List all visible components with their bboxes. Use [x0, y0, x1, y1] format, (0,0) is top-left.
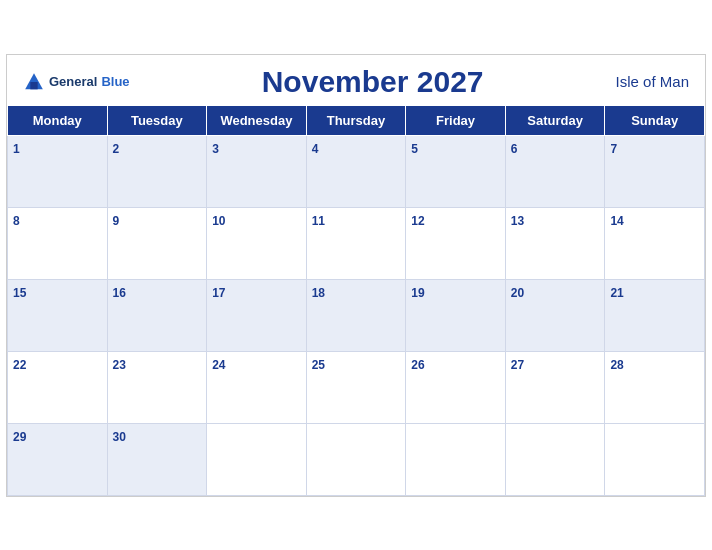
day-number: 12 — [411, 214, 424, 228]
col-friday: Friday — [406, 105, 506, 135]
day-number: 11 — [312, 214, 325, 228]
calendar-cell: 10 — [207, 207, 307, 279]
calendar-cell: 14 — [605, 207, 705, 279]
calendar-cell: 5 — [406, 135, 506, 207]
day-number: 2 — [113, 142, 120, 156]
col-sunday: Sunday — [605, 105, 705, 135]
day-number: 28 — [610, 358, 623, 372]
calendar-cell: 4 — [306, 135, 406, 207]
calendar-cell: 26 — [406, 351, 506, 423]
day-number: 16 — [113, 286, 126, 300]
calendar-cell: 11 — [306, 207, 406, 279]
logo-blue-text: Blue — [101, 74, 129, 89]
col-thursday: Thursday — [306, 105, 406, 135]
calendar-cell: 27 — [505, 351, 605, 423]
logo-general-text: General — [49, 74, 97, 89]
calendar-cell: 29 — [8, 423, 108, 495]
calendar-cell: 16 — [107, 279, 207, 351]
calendar-cell: 22 — [8, 351, 108, 423]
calendar-cell: 13 — [505, 207, 605, 279]
day-number: 29 — [13, 430, 26, 444]
day-number: 7 — [610, 142, 617, 156]
day-number: 30 — [113, 430, 126, 444]
calendar-cell: 20 — [505, 279, 605, 351]
calendar-cell: 25 — [306, 351, 406, 423]
day-number: 4 — [312, 142, 319, 156]
calendar-header: General Blue November 2027 Isle of Man — [7, 55, 705, 105]
col-monday: Monday — [8, 105, 108, 135]
day-number: 15 — [13, 286, 26, 300]
day-number: 18 — [312, 286, 325, 300]
calendar-title: November 2027 — [262, 65, 484, 99]
day-number: 8 — [13, 214, 20, 228]
day-number: 25 — [312, 358, 325, 372]
day-number: 22 — [13, 358, 26, 372]
logo-text: General Blue — [23, 71, 130, 93]
calendar-cell: 19 — [406, 279, 506, 351]
day-number: 24 — [212, 358, 225, 372]
day-number: 20 — [511, 286, 524, 300]
calendar-cell: 21 — [605, 279, 705, 351]
calendar-cell: 23 — [107, 351, 207, 423]
calendar-cell: 24 — [207, 351, 307, 423]
calendar-cell: 8 — [8, 207, 108, 279]
calendar-cell: 28 — [605, 351, 705, 423]
col-tuesday: Tuesday — [107, 105, 207, 135]
day-number: 27 — [511, 358, 524, 372]
calendar-table: Monday Tuesday Wednesday Thursday Friday… — [7, 105, 705, 496]
day-number: 17 — [212, 286, 225, 300]
calendar-week-row: 22232425262728 — [8, 351, 705, 423]
calendar-week-row: 891011121314 — [8, 207, 705, 279]
day-number: 26 — [411, 358, 424, 372]
day-number: 14 — [610, 214, 623, 228]
day-number: 10 — [212, 214, 225, 228]
calendar-container: General Blue November 2027 Isle of Man M… — [6, 54, 706, 497]
calendar-cell: 7 — [605, 135, 705, 207]
calendar-cell: 15 — [8, 279, 108, 351]
calendar-cell — [605, 423, 705, 495]
calendar-cell — [306, 423, 406, 495]
col-wednesday: Wednesday — [207, 105, 307, 135]
col-saturday: Saturday — [505, 105, 605, 135]
day-number: 19 — [411, 286, 424, 300]
logo-icon — [23, 71, 45, 93]
weekday-header-row: Monday Tuesday Wednesday Thursday Friday… — [8, 105, 705, 135]
calendar-cell: 12 — [406, 207, 506, 279]
calendar-cell: 9 — [107, 207, 207, 279]
calendar-cell — [406, 423, 506, 495]
day-number: 21 — [610, 286, 623, 300]
calendar-cell: 2 — [107, 135, 207, 207]
day-number: 13 — [511, 214, 524, 228]
day-number: 3 — [212, 142, 219, 156]
region-label: Isle of Man — [616, 73, 689, 90]
day-number: 5 — [411, 142, 418, 156]
calendar-cell: 18 — [306, 279, 406, 351]
calendar-week-row: 2930 — [8, 423, 705, 495]
calendar-week-row: 15161718192021 — [8, 279, 705, 351]
svg-rect-1 — [30, 82, 37, 89]
calendar-cell — [505, 423, 605, 495]
logo-area: General Blue — [23, 71, 130, 93]
calendar-cell: 1 — [8, 135, 108, 207]
day-number: 9 — [113, 214, 120, 228]
calendar-cell: 3 — [207, 135, 307, 207]
calendar-week-row: 1234567 — [8, 135, 705, 207]
calendar-cell: 30 — [107, 423, 207, 495]
day-number: 6 — [511, 142, 518, 156]
calendar-cell: 6 — [505, 135, 605, 207]
day-number: 23 — [113, 358, 126, 372]
day-number: 1 — [13, 142, 20, 156]
calendar-cell — [207, 423, 307, 495]
calendar-cell: 17 — [207, 279, 307, 351]
